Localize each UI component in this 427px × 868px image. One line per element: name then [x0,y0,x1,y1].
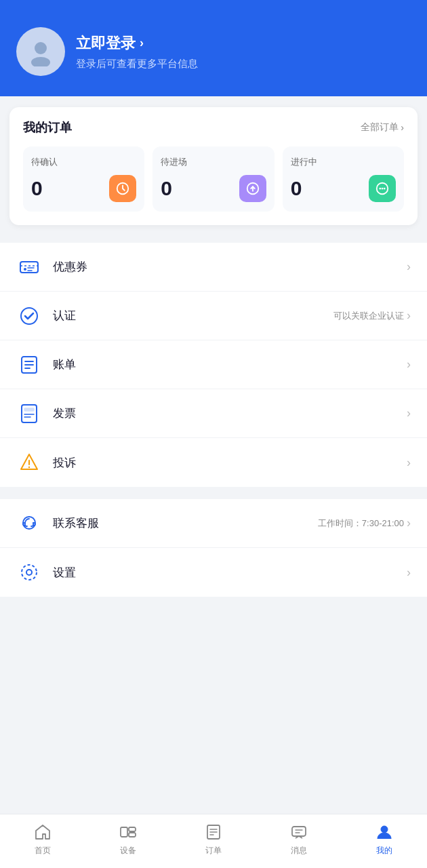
nav-mine[interactable]: 我的 [342,823,427,856]
nav-home-label: 首页 [35,845,51,856]
bill-right: › [407,357,411,372]
svg-point-23 [26,570,32,575]
complaint-icon [16,450,42,475]
svg-rect-16 [22,405,37,422]
login-arrow-icon: › [140,36,144,50]
auth-right-text: 可以关联企业认证 [333,310,404,322]
menu-item-bill[interactable]: 账单 › [0,340,427,389]
svg-point-21 [28,467,30,468]
nav-device[interactable]: 设备 [85,823,171,856]
nav-message[interactable]: 消息 [256,823,342,856]
header: 立即登录 › 登录后可查看更多平台信息 [0,0,427,96]
auth-label: 认证 [53,308,323,323]
order-count-1: 0 [161,177,172,200]
order-icon-0 [109,175,136,202]
invoice-label: 发票 [53,406,396,421]
bottom-nav: 首页 设备 订单 [0,814,427,868]
settings-right: › [407,566,411,580]
service-right: 工作时间：7:30-21:00 › [318,516,411,530]
settings-icon [16,559,42,585]
coupon-chevron: › [407,260,411,274]
svg-point-0 [35,42,47,54]
nav-order-label: 订单 [205,845,222,856]
complaint-right: › [407,456,411,470]
svg-rect-26 [129,827,136,831]
nav-message-label: 消息 [291,845,307,856]
invoice-icon [16,401,42,427]
svg-point-10 [24,268,26,271]
bill-label: 账单 [53,357,396,372]
complaint-label: 投诉 [53,455,396,471]
order-item-pending-confirm[interactable]: 待确认 0 [23,146,144,212]
coupon-icon [16,254,42,280]
coupon-right: › [407,260,411,274]
menu-section-2: 联系客服 工作时间：7:30-21:00 › 设置 › [0,499,427,597]
nav-home[interactable]: 首页 [0,823,85,856]
settings-label: 设置 [53,565,396,580]
svg-point-1 [31,57,50,66]
svg-point-8 [384,188,386,190]
order-count-0: 0 [31,177,43,200]
invoice-chevron: › [407,406,411,420]
settings-chevron: › [407,566,411,580]
orders-all-button[interactable]: 全部订单 › [361,121,404,134]
menu-item-coupon[interactable]: 优惠券 › [0,243,427,292]
orders-grid: 待确认 0 待进场 0 [23,146,404,212]
orders-header: 我的订单 全部订单 › [23,119,404,136]
menu-item-complaint[interactable]: 投诉 › [0,438,427,487]
svg-rect-25 [121,827,127,837]
menu-item-auth[interactable]: 认证 可以关联企业认证 › [0,292,427,340]
orders-card: 我的订单 全部订单 › 待确认 0 待进场 0 [9,107,418,225]
svg-point-35 [381,826,388,833]
service-chevron: › [407,516,411,530]
mine-icon [375,823,394,842]
order-icon [204,823,223,842]
orders-all-chevron: › [401,122,404,133]
order-item-in-progress[interactable]: 进行中 0 [283,146,404,212]
svg-point-7 [382,188,384,190]
order-icon-2 [369,175,396,202]
menu-item-invoice[interactable]: 发票 › [0,389,427,438]
menu-item-settings[interactable]: 设置 › [0,548,427,597]
login-button[interactable]: 立即登录 › [76,33,198,54]
orders-title: 我的订单 [23,119,72,136]
nav-device-label: 设备 [120,845,136,856]
header-text: 立即登录 › 登录后可查看更多平台信息 [76,33,198,71]
service-label: 联系客服 [53,515,307,531]
order-label-0: 待确认 [31,156,136,168]
coupon-label: 优惠券 [53,259,396,275]
order-bottom-2: 0 [291,175,396,202]
auth-icon [16,303,42,329]
svg-rect-17 [24,408,34,411]
order-icon-1 [239,175,266,202]
svg-rect-32 [292,827,306,836]
avatar[interactable] [16,27,65,76]
login-title-text: 立即登录 [76,33,136,54]
bill-icon [16,352,42,378]
auth-right: 可以关联企业认证 › [333,309,411,323]
message-icon [289,823,308,842]
order-label-1: 待进场 [161,156,266,168]
menu-item-service[interactable]: 联系客服 工作时间：7:30-21:00 › [0,499,427,548]
divider-1 [0,236,427,243]
home-icon [33,823,52,842]
svg-point-6 [379,188,381,190]
bill-chevron: › [407,357,411,372]
order-count-2: 0 [291,177,302,200]
menu-section-1: 优惠券 › 认证 可以关联企业认证 › 账单 [0,243,427,487]
nav-order[interactable]: 订单 [171,823,256,856]
divider-2 [0,492,427,499]
service-hours: 工作时间：7:30-21:00 [318,517,404,530]
order-label-2: 进行中 [291,156,396,168]
login-subtitle: 登录后可查看更多平台信息 [76,58,198,71]
spacer [0,602,427,814]
service-icon [16,511,42,536]
order-bottom-1: 0 [161,175,266,202]
svg-point-11 [21,308,37,324]
svg-rect-27 [129,833,136,837]
invoice-right: › [407,406,411,420]
auth-chevron: › [407,309,411,323]
order-item-pending-enter[interactable]: 待进场 0 [152,146,274,212]
device-icon [119,823,138,842]
complaint-chevron: › [407,456,411,470]
